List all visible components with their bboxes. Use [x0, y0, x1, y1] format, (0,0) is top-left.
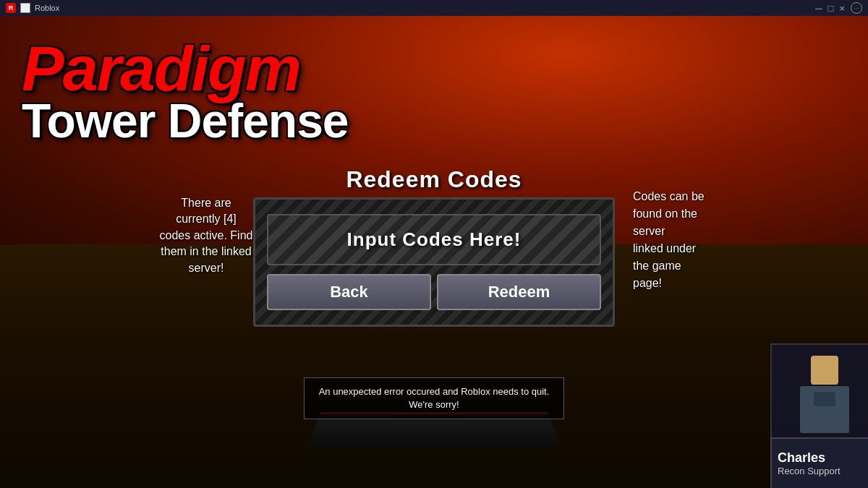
game-title: Paradigm Tower Defense [22, 40, 349, 145]
doc-icon [20, 3, 30, 13]
right-info-line4: linked under [633, 242, 696, 254]
minimize-button[interactable]: ─ [815, 4, 822, 13]
app-icon-letter: R [9, 4, 14, 12]
app-title: Roblox [35, 4, 59, 12]
character-role: Recon Support [778, 466, 841, 476]
app-icon: R [6, 3, 16, 13]
code-input-area[interactable]: Input Codes Here! [267, 214, 601, 265]
character-avatar: Charles Recon Support [770, 343, 868, 488]
window-controls[interactable]: ─ □ × ··· [815, 2, 862, 14]
redeem-button[interactable]: Redeem [437, 274, 601, 310]
right-info-line5: the game [633, 260, 681, 272]
character-head [811, 356, 838, 385]
character-name: Charles [778, 450, 825, 466]
close-button[interactable]: × [839, 4, 845, 13]
menu-button[interactable]: ··· [851, 2, 862, 14]
titlebar-left: R Roblox [6, 3, 59, 13]
code-input-placeholder[interactable]: Input Codes Here! [347, 228, 522, 250]
right-info-line1: Codes can be [633, 190, 705, 202]
character-name-area: Charles Recon Support [770, 437, 868, 488]
modal-buttons: Back Redeem [267, 274, 601, 310]
tower-defense-title: Tower Defense [22, 97, 349, 145]
redeem-modal: Redeem Codes Input Codes Here! Back Rede… [253, 166, 615, 327]
paradigm-title: Paradigm [22, 40, 349, 97]
right-info-line2: found on the [633, 207, 697, 220]
error-message: An unexpected error occured and Roblox n… [319, 386, 550, 410]
right-info-panel: Codes can be found on the server linked … [633, 188, 727, 292]
error-notification: An unexpected error occured and Roblox n… [304, 377, 564, 419]
character-figure [796, 356, 854, 439]
right-info-line3: server [633, 225, 665, 237]
maximize-button[interactable]: □ [828, 4, 834, 13]
titlebar: R Roblox ─ □ × ··· [0, 0, 868, 16]
right-info-line6: page! [633, 277, 662, 289]
left-info-panel: There are currently [4] codes active. Fi… [159, 195, 253, 276]
back-button[interactable]: Back [267, 274, 431, 310]
modal-title: Redeem Codes [253, 166, 615, 193]
modal-body: Input Codes Here! Back Redeem [253, 197, 615, 327]
left-info-text: There are currently [4] codes active. Fi… [160, 197, 253, 274]
character-body [800, 386, 849, 433]
